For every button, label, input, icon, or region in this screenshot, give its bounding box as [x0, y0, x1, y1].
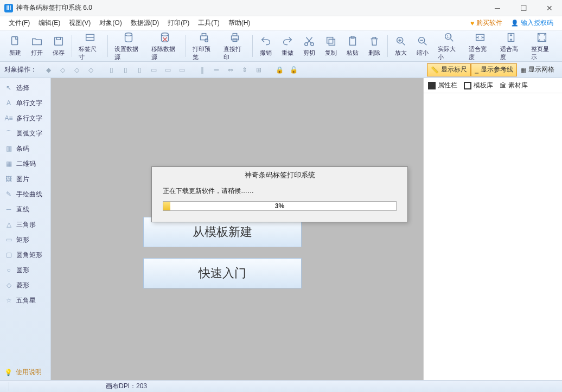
align-top-icon[interactable]: ▭ [146, 63, 161, 76]
tool-single-text[interactable]: A单行文字 [0, 95, 50, 111]
layer-bottom-icon[interactable]: ◇ [84, 63, 98, 76]
svg-rect-15 [327, 37, 333, 43]
object-toolbar: 对象操作： ◆ ◇ ◇ ◇ ▯ ▯ ▯ ▭ ▭ ▭ ‖ ═ ⇔ ⇕ ⊞ 🔒 🔓 … [0, 62, 562, 78]
tool-freehand[interactable]: ✎手绘曲线 [0, 187, 50, 202]
object-ops-label: 对象操作： [4, 65, 37, 74]
statusbar: 画布DPI：203 [0, 380, 562, 392]
arctext-icon: ⌒ [4, 129, 13, 138]
tab-templates[interactable]: 模板库 [464, 81, 493, 90]
tool-diamond[interactable]: ◇菱形 [0, 278, 50, 293]
align-bottom-icon[interactable]: ▭ [175, 63, 189, 76]
menu-print[interactable]: 打印(P) [163, 18, 194, 28]
tool-arc-text[interactable]: ⌒圆弧文字 [0, 126, 50, 141]
tb-delete[interactable]: 删除 [363, 30, 385, 61]
align-right-icon[interactable]: ▯ [132, 63, 146, 76]
multitext-icon: A≡ [4, 114, 13, 123]
same-height-icon[interactable]: ⇕ [238, 63, 252, 76]
tool-star[interactable]: ☆五角星 [0, 293, 50, 308]
quickstart-button[interactable]: 快速入门 [143, 258, 302, 288]
tb-zoom-out[interactable]: 缩小 [412, 30, 433, 61]
roundrect-icon: ▢ [4, 250, 13, 259]
buy-software-link[interactable]: 购买软件 [466, 18, 507, 28]
tb-actual-size[interactable]: 1:1实际大小 [433, 30, 464, 61]
tb-open[interactable]: 打开 [26, 30, 48, 61]
help-link[interactable]: 使用说明 [4, 368, 42, 377]
tab-properties[interactable]: 属性栏 [428, 81, 457, 90]
tb-fit-width[interactable]: 适合宽度 [464, 30, 495, 61]
tb-print[interactable]: 直接打印 [219, 30, 250, 61]
tool-triangle[interactable]: △三角形 [0, 217, 50, 232]
align-center-icon[interactable]: ▯ [118, 63, 132, 76]
svg-point-8 [205, 38, 208, 42]
canvas-area[interactable]: 从模板新建 快速入门 [51, 78, 423, 380]
tb-print-preview[interactable]: 打印预览 [188, 30, 219, 61]
image-icon: 🖼 [4, 175, 13, 183]
tb-copy[interactable]: 复制 [320, 30, 342, 61]
tb-cut[interactable]: 剪切 [298, 30, 320, 61]
tool-qrcode[interactable]: ▦二维码 [0, 156, 50, 171]
menu-help[interactable]: 帮助(H) [224, 18, 255, 28]
align-middle-icon[interactable]: ▭ [161, 63, 175, 76]
tb-label-size[interactable]: 标签尺寸 [74, 30, 105, 61]
distribute-v-icon[interactable]: ═ [209, 63, 223, 76]
progress-text: 3% [163, 202, 396, 210]
grid-icon: ▦ [520, 66, 526, 74]
triangle-icon: △ [4, 220, 13, 229]
svg-rect-1 [55, 37, 63, 46]
tb-new[interactable]: 新建 [4, 30, 26, 61]
ruler-icon: 📏 [431, 66, 439, 74]
layer-icon[interactable]: ◆ [41, 63, 55, 76]
tb-fit-height[interactable]: 适合高度 [496, 30, 527, 61]
show-ruler-toggle[interactable]: 📏显示标尺 [427, 63, 471, 76]
tb-save[interactable]: 保存 [48, 30, 69, 61]
menu-file[interactable]: 文件(F) [4, 18, 34, 28]
tool-select[interactable]: ↖选择 [0, 80, 50, 95]
tool-circle[interactable]: ○圆形 [0, 262, 50, 278]
menu-view[interactable]: 视图(V) [65, 18, 95, 28]
tb-undo[interactable]: 撤销 [255, 30, 277, 61]
align-left-icon[interactable]: ▯ [104, 63, 118, 76]
tb-fit-page[interactable]: 整页显示 [527, 30, 558, 61]
tool-multi-text[interactable]: A≡多行文字 [0, 111, 50, 126]
cursor-icon: ↖ [4, 83, 13, 92]
tool-round-rect[interactable]: ▢圆角矩形 [0, 247, 50, 262]
dialog-title: 神奇条码标签打印系统 [152, 167, 407, 183]
lock-icon[interactable]: 🔒 [272, 63, 286, 76]
menubar: 文件(F) 编辑(E) 视图(V) 对象(O) 数据源(D) 打印(P) 工具(… [0, 16, 562, 30]
titlebar: III 神奇条码标签打印系统 6.0 ─ ☐ ✕ [0, 0, 562, 16]
layer-down-icon[interactable]: ◇ [69, 63, 84, 76]
minimize-button[interactable]: ─ [489, 0, 506, 16]
close-button[interactable]: ✕ [541, 0, 558, 16]
tb-zoom-in[interactable]: 放大 [390, 30, 412, 61]
line-icon: ─ [4, 205, 13, 214]
svg-rect-9 [231, 36, 238, 40]
tool-barcode[interactable]: ▥条码 [0, 141, 50, 156]
menu-object[interactable]: 对象(O) [95, 18, 126, 28]
pencil-icon: ✎ [4, 190, 13, 198]
tab-assets[interactable]: 🏛素材库 [500, 81, 528, 90]
menu-edit[interactable]: 编辑(E) [34, 18, 65, 28]
right-panel: 属性栏 模板库 🏛素材库 [423, 78, 562, 380]
svg-rect-10 [233, 33, 237, 36]
group-icon[interactable]: ⊞ [252, 63, 266, 76]
layer-up-icon[interactable]: ◇ [55, 63, 69, 76]
guides-icon: ⎯ [475, 66, 478, 74]
tool-image[interactable]: 🖼图片 [0, 171, 50, 187]
show-guides-toggle[interactable]: ⎯显示参考线 [471, 63, 517, 76]
show-grid-toggle[interactable]: ▦显示网格 [517, 63, 558, 76]
enter-license-link[interactable]: 输入授权码 [507, 18, 558, 28]
maximize-button[interactable]: ☐ [515, 0, 532, 16]
tb-paste[interactable]: 粘贴 [342, 30, 363, 61]
menu-datasource[interactable]: 数据源(D) [126, 18, 164, 28]
distribute-h-icon[interactable]: ‖ [195, 63, 209, 76]
same-width-icon[interactable]: ⇔ [223, 63, 238, 76]
tool-line[interactable]: ─直线 [0, 202, 50, 217]
unlock-icon[interactable]: 🔓 [286, 63, 301, 76]
menu-tools[interactable]: 工具(T) [194, 18, 223, 28]
tb-redo[interactable]: 重做 [277, 30, 298, 61]
tb-set-datasource[interactable]: 设置数据源 [110, 30, 146, 61]
tool-rect[interactable]: ▭矩形 [0, 232, 50, 247]
dialog-message: 正在下载更新软件，请稍候…… [152, 183, 407, 201]
tb-remove-datasource[interactable]: 移除数据源 [147, 30, 183, 61]
text-icon: A [4, 99, 13, 107]
